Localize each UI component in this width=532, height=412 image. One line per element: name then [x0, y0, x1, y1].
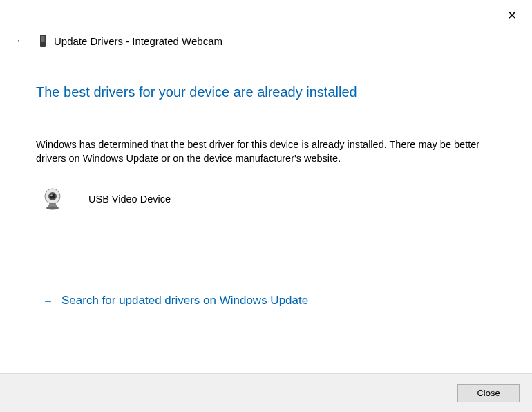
- window-close-button[interactable]: ✕: [507, 10, 517, 21]
- close-icon: ✕: [507, 9, 517, 22]
- header-title-group: Update Drivers - Integrated Webcam: [39, 35, 222, 47]
- device-icon: [39, 35, 47, 47]
- device-name: USB Video Device: [88, 194, 171, 205]
- search-windows-update-link: Search for updated drivers on Windows Up…: [61, 294, 308, 308]
- webcam-icon: [43, 188, 62, 210]
- dialog-content: The best drivers for your device are alr…: [0, 47, 532, 210]
- svg-rect-1: [41, 36, 45, 42]
- svg-point-5: [50, 194, 52, 196]
- description-text: Windows has determined that the best dri…: [36, 138, 496, 166]
- close-button[interactable]: Close: [457, 384, 520, 402]
- arrow-right-icon: →: [43, 295, 53, 307]
- dialog-title: Update Drivers - Integrated Webcam: [54, 35, 222, 47]
- device-row: USB Video Device: [36, 188, 496, 210]
- svg-point-4: [50, 194, 55, 198]
- main-heading: The best drivers for your device are alr…: [36, 84, 496, 100]
- back-button[interactable]: ←: [15, 35, 26, 47]
- dialog-header: ← Update Drivers - Integrated Webcam: [0, 0, 532, 47]
- search-link-row[interactable]: → Search for updated drivers on Windows …: [43, 294, 308, 308]
- svg-point-6: [46, 206, 59, 209]
- dialog-footer: Close: [0, 373, 532, 412]
